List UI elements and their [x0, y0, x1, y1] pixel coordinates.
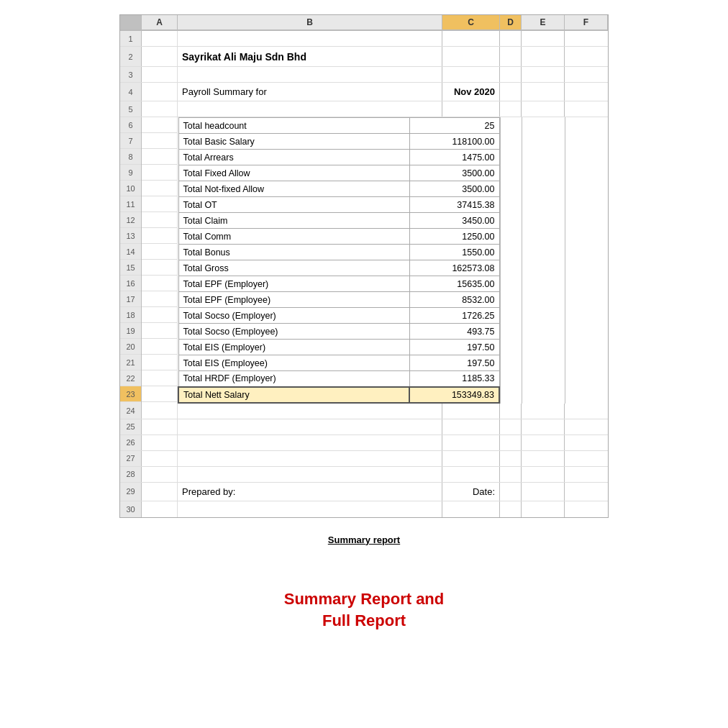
- payroll-label: Payroll Summary for: [178, 83, 442, 101]
- cell-5-a: [142, 101, 178, 117]
- label-eis-employee: Total EIS (Employee): [178, 355, 409, 371]
- col-header-c[interactable]: C: [442, 15, 500, 29]
- cell-3-a: [142, 67, 178, 82]
- rn-17: 17: [120, 291, 141, 307]
- cell-3-b: [178, 67, 442, 82]
- label-socso-employer: Total Socso (Employer): [178, 308, 409, 324]
- row-num-3: 3: [120, 67, 142, 82]
- col-header-d[interactable]: D: [500, 15, 522, 29]
- val-socso-employee: 493.75: [409, 324, 499, 340]
- table-row: Total Claim3450.00: [178, 213, 499, 229]
- label-gross: Total Gross: [178, 260, 409, 276]
- rn-19: 19: [120, 323, 141, 339]
- label-not-fixed-allow: Total Not-fixed Allow: [178, 181, 409, 197]
- val-hrdf: 1185.33: [409, 371, 499, 387]
- table-row: Total Basic Salary118100.00: [178, 134, 499, 150]
- col-a-data: [142, 117, 178, 404]
- cell-1-c: [442, 31, 500, 46]
- table-row: Total Gross162573.08: [178, 260, 499, 276]
- cell-4-a: [142, 83, 178, 101]
- row-num-1: 1: [120, 31, 142, 46]
- cell-3-f: [565, 67, 608, 82]
- row-num-2: 2: [120, 47, 142, 66]
- prepared-by-label: Prepared by:: [178, 483, 442, 501]
- rn-18: 18: [120, 307, 141, 323]
- rn-13: 13: [120, 228, 141, 244]
- payroll-period: Nov 2020: [442, 83, 500, 101]
- cell-5-f: [565, 101, 608, 117]
- data-table: Total headcount25 Total Basic Salary1181…: [178, 117, 500, 404]
- cell-1-d: [500, 31, 522, 46]
- rn-6: 6: [120, 117, 141, 133]
- bottom-heading: Summary Report and Full Report: [284, 588, 445, 633]
- val-bonus: 1550.00: [409, 245, 499, 260]
- cell-1-a: [142, 31, 178, 46]
- cell-3-c: [442, 67, 500, 82]
- row-4: 4 Payroll Summary for Nov 2020: [120, 83, 608, 101]
- cell-2-a: [142, 47, 178, 66]
- val-epf-employer: 15635.00: [409, 276, 499, 292]
- val-headcount: 25: [409, 118, 499, 134]
- label-basic: Total Basic Salary: [178, 134, 409, 150]
- cell-1-b: [178, 31, 442, 46]
- row-26: 26: [120, 435, 608, 451]
- label-eis-employer: Total EIS (Employer): [178, 340, 409, 355]
- row-25: 25: [120, 419, 608, 435]
- label-hrdf: Total HRDF (Employer): [178, 371, 409, 387]
- rn-16: 16: [120, 276, 141, 291]
- cell-4-e: [522, 83, 565, 101]
- val-fixed-allow: 3500.00: [409, 165, 499, 181]
- row-2: 2 Sayrikat Ali Maju Sdn Bhd: [120, 47, 608, 67]
- table-row: Total Bonus1550.00: [178, 245, 499, 260]
- label-bonus: Total Bonus: [178, 245, 409, 260]
- summary-report-link[interactable]: Summary report: [328, 534, 400, 545]
- row-30: 30: [120, 501, 608, 517]
- label-nett: Total Nett Salary: [178, 387, 409, 403]
- col-header-e: E: [522, 15, 565, 29]
- cell-3-d: [500, 67, 522, 82]
- table-row: Total Not-fixed Allow3500.00: [178, 181, 499, 197]
- row-num-5: 5: [120, 101, 142, 117]
- cell-2-e: [522, 47, 565, 66]
- val-eis-employee: 197.50: [409, 355, 499, 371]
- date-label: Date:: [442, 483, 500, 501]
- table-row-nett: Total Nett Salary 153349.83: [178, 387, 499, 403]
- rn-10: 10: [120, 181, 141, 196]
- val-arrears: 1475.00: [409, 150, 499, 165]
- label-ot: Total OT: [178, 197, 409, 213]
- row-5: 5: [120, 101, 608, 117]
- col-f-data: [565, 117, 608, 404]
- rn-9: 9: [120, 165, 141, 181]
- cell-5-c: [442, 101, 500, 117]
- rn-12: 12: [120, 212, 141, 228]
- label-fixed-allow: Total Fixed Allow: [178, 165, 409, 181]
- table-row: Total headcount25: [178, 118, 499, 134]
- val-nett: 153349.83: [409, 387, 499, 403]
- cell-1-f: [565, 31, 608, 46]
- val-comm: 1250.00: [409, 229, 499, 245]
- val-not-fixed-allow: 3500.00: [409, 181, 499, 197]
- rn-15: 15: [120, 260, 141, 276]
- row-numbers: 6 7 8 9 10 11 12 13 14 15 16 17 18 19 20…: [120, 117, 142, 404]
- row-num-4: 4: [120, 83, 142, 101]
- table-row: Total Comm1250.00: [178, 229, 499, 245]
- data-table-wrapper: Total headcount25 Total Basic Salary1181…: [178, 117, 500, 404]
- val-epf-employee: 8532.00: [409, 292, 499, 308]
- row-1: 1: [120, 31, 608, 47]
- col-header-a: A: [142, 15, 178, 29]
- row-3: 3: [120, 67, 608, 83]
- row-24: 24: [120, 404, 608, 419]
- table-row: Total Fixed Allow3500.00: [178, 165, 499, 181]
- label-epf-employer: Total EPF (Employer): [178, 276, 409, 292]
- val-socso-employer: 1726.25: [409, 308, 499, 324]
- cell-1-e: [522, 31, 565, 46]
- cell-3-e: [522, 67, 565, 82]
- table-row: Total Socso (Employee)493.75: [178, 324, 499, 340]
- col-e-data: [522, 117, 565, 404]
- table-row: Total EPF (Employee)8532.00: [178, 292, 499, 308]
- column-headers: A B C D E F: [120, 15, 608, 31]
- table-row: Total Socso (Employer)1726.25: [178, 308, 499, 324]
- cell-4-d: [500, 83, 522, 101]
- rn-21: 21: [120, 355, 141, 370]
- row-28: 28: [120, 467, 608, 483]
